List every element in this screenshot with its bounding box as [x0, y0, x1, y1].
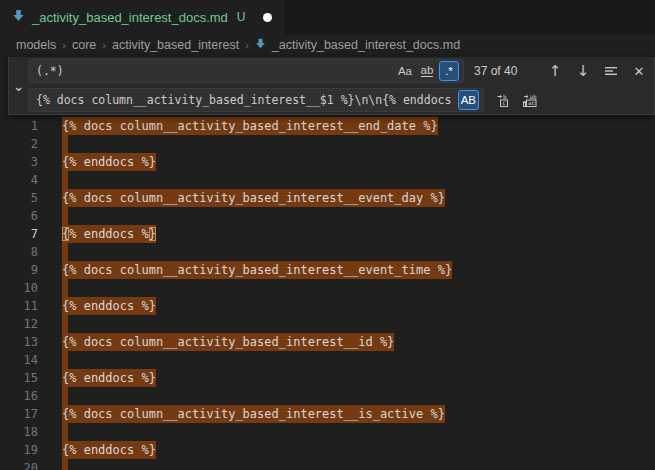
find-in-selection-button[interactable]	[600, 60, 622, 82]
line-number[interactable]: 9	[0, 261, 38, 279]
code-line[interactable]: 16	[0, 387, 655, 405]
unsaved-changes-dot[interactable]	[263, 13, 272, 22]
find-match-highlight: {% docs column__activity_based_interest_…	[62, 261, 452, 279]
line-number[interactable]: 18	[0, 423, 38, 441]
tab-active-file[interactable]: _activity_based_interest_docs.md U	[0, 0, 284, 34]
code-line[interactable]: 7{% enddocs %}	[0, 225, 655, 243]
breadcrumb-item-models[interactable]: models	[16, 38, 56, 52]
line-number[interactable]: 15	[0, 369, 38, 387]
line-number[interactable]: 17	[0, 405, 38, 423]
regex-toggle[interactable]: .*	[439, 61, 459, 81]
line-number[interactable]: 8	[0, 243, 38, 261]
line-text[interactable]: {% docs column__activity_based_interest_…	[38, 405, 655, 423]
line-number[interactable]: 12	[0, 315, 38, 333]
find-match-highlight: {% docs column__activity_based_interest_…	[62, 117, 438, 135]
whole-word-toggle[interactable]: ab	[417, 61, 437, 81]
previous-match-button[interactable]: ↑	[544, 60, 566, 82]
line-text[interactable]	[38, 207, 655, 225]
code-line[interactable]: 4	[0, 171, 655, 189]
find-input-value[interactable]: (.*)	[36, 64, 393, 78]
svg-text:ac: ac	[528, 99, 536, 106]
find-row: (.*) Aa ab .* 37 of 40 ↑ ↓	[28, 59, 650, 83]
line-text[interactable]: {% docs column__activity_based_interest_…	[38, 333, 655, 351]
code-line[interactable]: 17{% docs column__activity_based_interes…	[0, 405, 655, 423]
code-line[interactable]: 14	[0, 351, 655, 369]
find-input[interactable]: (.*) Aa ab .*	[28, 59, 464, 83]
code-line[interactable]: 10	[0, 279, 655, 297]
line-number[interactable]: 10	[0, 279, 38, 297]
line-text[interactable]	[38, 315, 655, 333]
line-number[interactable]: 7	[0, 225, 38, 243]
code-line[interactable]: 1{% docs column__activity_based_interest…	[0, 117, 655, 135]
find-match-highlight-empty	[62, 171, 68, 189]
line-text[interactable]: {% enddocs %}	[38, 297, 655, 315]
code-line[interactable]: 2	[0, 135, 655, 153]
replace-input[interactable]: {% docs column__activity_based_interest_…	[28, 88, 484, 112]
breadcrumb: models › core › activity_based_interest …	[0, 34, 655, 56]
code-line[interactable]: 3{% enddocs %}	[0, 153, 655, 171]
line-number[interactable]: 1	[0, 117, 38, 135]
line-text[interactable]	[38, 135, 655, 153]
find-match-highlight: {% enddocs %}	[62, 225, 156, 243]
line-number[interactable]: 20	[0, 459, 38, 470]
line-text[interactable]	[38, 171, 655, 189]
code-line[interactable]: 20	[0, 459, 655, 470]
find-match-highlight: {% enddocs %}	[62, 441, 156, 459]
code-line[interactable]: 15{% enddocs %}	[0, 369, 655, 387]
match-case-toggle[interactable]: Aa	[395, 61, 415, 81]
line-number[interactable]: 3	[0, 153, 38, 171]
replace-all-button[interactable]: ab ac	[518, 89, 540, 111]
line-text[interactable]	[38, 279, 655, 297]
code-line[interactable]: 12	[0, 315, 655, 333]
code-line[interactable]: 6	[0, 207, 655, 225]
line-text[interactable]	[38, 351, 655, 369]
line-number[interactable]: 11	[0, 297, 38, 315]
line-text[interactable]: {% enddocs %}	[38, 225, 655, 243]
arrow-down-icon: ↓	[577, 62, 590, 80]
line-text[interactable]	[38, 423, 655, 441]
line-text[interactable]: {% docs column__activity_based_interest_…	[38, 189, 655, 207]
line-text[interactable]	[38, 387, 655, 405]
code-line[interactable]: 11{% enddocs %}	[0, 297, 655, 315]
line-text[interactable]: {% enddocs %}	[38, 441, 655, 459]
line-text[interactable]: {% docs column__activity_based_interest_…	[38, 117, 655, 135]
toggle-replace-chevron[interactable]: ⌄	[9, 57, 28, 114]
replace-icon: b c	[493, 92, 509, 108]
breadcrumb-item-file[interactable]: _activity_based_interest_docs.md	[272, 38, 460, 52]
line-number[interactable]: 14	[0, 351, 38, 369]
code-line[interactable]: 5{% docs column__activity_based_interest…	[0, 189, 655, 207]
next-match-button[interactable]: ↓	[572, 60, 594, 82]
find-match-highlight-empty	[62, 207, 68, 225]
close-find-widget-button[interactable]: ✕	[628, 60, 650, 82]
replace-input-value[interactable]: {% docs column__activity_based_interest_…	[36, 93, 456, 107]
line-number[interactable]: 2	[0, 135, 38, 153]
code-line[interactable]: 9{% docs column__activity_based_interest…	[0, 261, 655, 279]
line-text[interactable]	[38, 243, 655, 261]
bracket-match-open: {	[62, 227, 69, 241]
find-match-highlight-empty	[62, 423, 68, 441]
close-icon: ✕	[634, 64, 645, 79]
find-match-highlight-empty	[62, 315, 68, 333]
line-text[interactable]: {% docs column__activity_based_interest_…	[38, 261, 655, 279]
preserve-case-toggle[interactable]: AB	[458, 90, 479, 110]
breadcrumb-item-core[interactable]: core	[72, 38, 96, 52]
line-number[interactable]: 19	[0, 441, 38, 459]
line-number[interactable]: 6	[0, 207, 38, 225]
line-number[interactable]: 13	[0, 333, 38, 351]
code-line[interactable]: 13{% docs column__activity_based_interes…	[0, 333, 655, 351]
line-text[interactable]: {% enddocs %}	[38, 153, 655, 171]
line-text[interactable]	[38, 459, 655, 470]
line-number[interactable]: 5	[0, 189, 38, 207]
match-case-label: Aa	[398, 65, 412, 77]
line-number[interactable]: 4	[0, 171, 38, 189]
line-number[interactable]: 16	[0, 387, 38, 405]
find-match-highlight-empty	[62, 387, 68, 405]
find-replace-widget: ⌄ (.*) Aa ab .* 37 of 40 ↑ ↓	[8, 57, 655, 115]
code-line[interactable]: 19{% enddocs %}	[0, 441, 655, 459]
code-line[interactable]: 8	[0, 243, 655, 261]
code-line[interactable]: 18	[0, 423, 655, 441]
replace-row: {% docs column__activity_based_interest_…	[28, 88, 650, 112]
replace-button[interactable]: b c	[490, 89, 512, 111]
breadcrumb-item-activity-based-interest[interactable]: activity_based_interest	[112, 38, 239, 52]
line-text[interactable]: {% enddocs %}	[38, 369, 655, 387]
